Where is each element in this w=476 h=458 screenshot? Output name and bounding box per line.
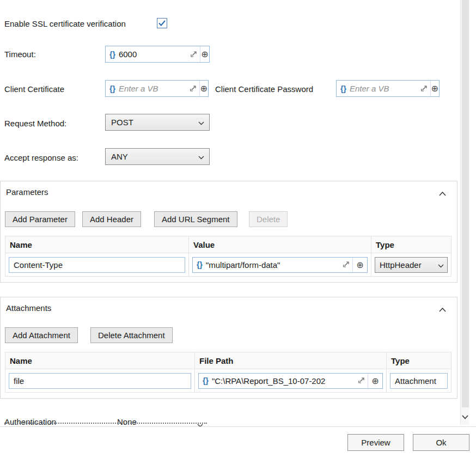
attachment-type-cell: Attachment — [387, 369, 451, 392]
braces-icon: {} — [106, 81, 117, 96]
braces-icon: {} — [199, 374, 210, 388]
parameters-header-name: Name — [5, 236, 189, 253]
attachment-filepath-field[interactable]: {} ⊕ — [198, 373, 383, 389]
footer-divider — [0, 426, 476, 427]
add-header-button[interactable]: Add Header — [82, 211, 141, 227]
properties-scroll-area: Enable SSL certificate verification Time… — [0, 0, 458, 426]
attachments-table-row: {} ⊕ Attachment — [5, 369, 451, 392]
client-certificate-password-input[interactable] — [348, 81, 417, 96]
authentication-clip-dots — [4, 423, 207, 424]
vertical-scrollbar[interactable] — [460, 0, 469, 425]
attachments-section-title: Attachments — [6, 303, 51, 313]
delete-attachment-button[interactable]: Delete Attachment — [90, 327, 173, 343]
plus-circle-icon[interactable]: ⊕ — [368, 374, 382, 388]
parameter-type-select[interactable]: HttpHeader — [375, 257, 448, 273]
check-icon — [158, 19, 166, 28]
open-expression-editor-icon[interactable] — [339, 258, 352, 272]
client-certificate-label: Client Certificate — [4, 84, 64, 94]
attachment-filepath-input[interactable] — [210, 374, 355, 388]
request-method-select[interactable]: POST — [105, 114, 210, 131]
plus-circle-icon[interactable]: ⊕ — [353, 258, 367, 272]
chevron-down-icon — [198, 152, 204, 161]
add-parameter-button[interactable]: Add Parameter — [5, 211, 75, 227]
parameters-section-title: Parameters — [6, 187, 48, 197]
attachments-header-filepath: File Path — [195, 352, 387, 369]
add-url-segment-button[interactable]: Add URL Segment — [154, 211, 237, 227]
attachment-type-field[interactable]: Attachment — [390, 373, 448, 389]
request-method-value: POST — [111, 118, 133, 127]
scroll-down-arrow-icon[interactable] — [461, 411, 469, 424]
collapse-chevron-icon[interactable] — [439, 304, 446, 314]
open-expression-editor-icon[interactable] — [187, 46, 200, 62]
client-certificate-password-field[interactable]: {} ⊕ — [336, 80, 440, 97]
attachments-header-name: Name — [5, 352, 195, 369]
accept-response-label: Accept response as: — [4, 153, 78, 162]
add-attachment-button[interactable]: Add Attachment — [5, 327, 78, 343]
attachment-type-value: Attachment — [395, 376, 436, 386]
parameters-header-type: Type — [371, 236, 451, 253]
attachments-table-header-row: Name File Path Type — [5, 352, 451, 369]
parameter-value-cell: {} ⊕ — [189, 253, 371, 276]
client-certificate-field[interactable]: {} ⊕ — [105, 80, 209, 97]
parameters-table-header-row: Name Value Type — [5, 236, 451, 253]
http-request-properties-dialog: Enable SSL certificate verification Time… — [0, 0, 476, 458]
parameter-name-cell — [5, 253, 189, 276]
chevron-down-icon — [438, 260, 444, 270]
attachment-filepath-cell: {} ⊕ — [195, 369, 387, 392]
parameter-type-value: HttpHeader — [380, 260, 422, 270]
parameter-type-cell: HttpHeader — [371, 253, 451, 276]
timeout-label: Timeout: — [4, 50, 36, 59]
timeout-input[interactable] — [117, 46, 187, 62]
plus-circle-icon[interactable]: ⊕ — [199, 81, 208, 96]
request-method-label: Request Method: — [4, 119, 66, 128]
parameters-table: Name Value Type {} — [5, 236, 451, 277]
attachment-name-cell — [5, 369, 195, 392]
client-certificate-input[interactable] — [117, 81, 186, 96]
braces-icon: {} — [337, 81, 348, 96]
authentication-label: Authentication — [4, 417, 56, 426]
plus-circle-icon[interactable]: ⊕ — [430, 81, 439, 96]
authentication-value[interactable]: None — [117, 417, 137, 426]
attachments-section: Attachments Add Attachment Delete Attach… — [0, 297, 457, 399]
preview-button[interactable]: Preview — [347, 434, 404, 451]
ssl-verification-checkbox[interactable] — [157, 18, 167, 28]
ssl-verification-label: Enable SSL certificate verification — [4, 19, 126, 28]
client-certificate-password-label: Client Certificate Password — [215, 84, 313, 94]
parameters-section: Parameters Add Parameter Add Header Add … — [0, 181, 457, 283]
braces-icon: {} — [193, 258, 204, 272]
open-expression-editor-icon[interactable] — [186, 81, 199, 96]
collapse-chevron-icon[interactable] — [439, 188, 446, 198]
attachments-table: Name File Path Type {} — [5, 352, 451, 393]
open-expression-editor-icon[interactable] — [355, 374, 368, 388]
plus-circle-icon[interactable]: ⊕ — [200, 46, 209, 62]
accept-response-value: ANY — [111, 152, 128, 161]
accept-response-select[interactable]: ANY — [105, 148, 210, 165]
parameter-value-input[interactable] — [204, 258, 339, 272]
attachment-name-input[interactable] — [9, 373, 191, 389]
parameters-header-value: Value — [189, 236, 371, 253]
ok-button[interactable]: Ok — [413, 434, 469, 451]
open-expression-editor-icon[interactable] — [417, 81, 430, 96]
delete-parameter-button[interactable]: Delete — [249, 211, 288, 227]
timeout-expression-field[interactable]: {} ⊕ — [105, 46, 210, 63]
chevron-down-icon — [198, 118, 204, 127]
parameters-table-row: {} ⊕ HttpHeader — [5, 253, 451, 276]
attachments-header-type: Type — [387, 352, 451, 369]
parameter-name-input[interactable] — [9, 257, 185, 273]
braces-icon: {} — [106, 46, 117, 62]
scrollbar-thumb[interactable] — [462, 0, 469, 407]
parameter-value-field[interactable]: {} ⊕ — [192, 257, 368, 273]
